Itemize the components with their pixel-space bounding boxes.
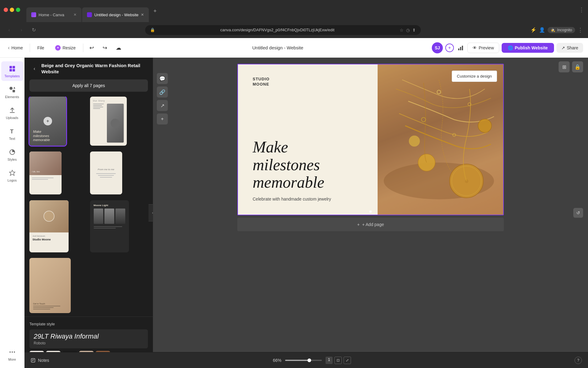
- template-thumb-1[interactable]: Makemilestonesmemorable +: [29, 97, 66, 146]
- svg-point-23: [478, 119, 492, 132]
- share-btn[interactable]: ↗ Share: [556, 43, 583, 53]
- zoom-slider[interactable]: [285, 360, 322, 361]
- zoom-percent: 66%: [273, 358, 281, 363]
- home-btn[interactable]: ‹ Home: [5, 43, 26, 52]
- panel-back-btn[interactable]: ‹: [31, 64, 38, 73]
- svg-rect-3: [9, 66, 12, 68]
- page-num-box[interactable]: 1: [326, 357, 333, 364]
- sidebar-item-text[interactable]: T Text: [1, 124, 23, 144]
- canvas-headline[interactable]: Makemilestonesmemorable: [253, 138, 365, 191]
- publish-btn[interactable]: 🌐 Publish Website: [502, 43, 554, 53]
- canvas-right-tools: ↺: [573, 208, 583, 218]
- notes-btn[interactable]: Notes: [31, 358, 49, 363]
- template-thumb-3[interactable]: I do, too.: [29, 151, 62, 194]
- template-thumb-2[interactable]: Our Story: [90, 97, 127, 146]
- minimize-window-btn[interactable]: [10, 8, 14, 12]
- canvas-grid-icon[interactable]: ⊞: [559, 61, 570, 72]
- save-status-btn[interactable]: ☁: [113, 43, 124, 52]
- tab-favicon-home: [31, 12, 36, 17]
- sidebar-item-uploads[interactable]: Uploads: [1, 103, 23, 123]
- canvas-refresh-icon[interactable]: ↺: [573, 208, 583, 218]
- notes-icon: [31, 358, 36, 363]
- tab-home-canva[interactable]: Home - Canva ✕: [26, 7, 81, 22]
- close-window-btn[interactable]: [4, 8, 8, 12]
- file-btn[interactable]: File: [34, 44, 48, 52]
- share-icon: ↗: [561, 45, 565, 50]
- undo-btn[interactable]: ↩: [87, 43, 96, 52]
- canva-toolbar: ‹ Home File ✦ Resize ↩ ↪ ☁ Untitled desi…: [0, 38, 588, 58]
- extensions-icon[interactable]: ⚡: [530, 27, 537, 33]
- preview-label: Preview: [479, 45, 494, 50]
- maximize-window-btn[interactable]: [16, 8, 20, 12]
- lock-icon: 🔒: [150, 28, 155, 32]
- sidebar-item-more[interactable]: More: [1, 345, 23, 364]
- canvas-navigate-icon[interactable]: ↗: [157, 100, 168, 111]
- preview-btn[interactable]: 👁 Preview: [467, 43, 499, 53]
- template-thumb-4[interactable]: From me to me: [90, 151, 122, 194]
- sidebar-item-templates[interactable]: Templates: [1, 61, 23, 81]
- fullscreen-btn[interactable]: ⤢: [344, 357, 351, 364]
- template-panel: ‹ Beige and Grey Organic Warm Fashion Re…: [24, 58, 153, 368]
- canvas-area: ⊞ 🔒 💬 🔗 ↗ + ↺ STUDIO MOONE: [153, 58, 588, 368]
- browser-more-icon[interactable]: ⋮: [578, 27, 583, 33]
- tab-design[interactable]: Untitled design - Website ✕: [82, 7, 149, 22]
- publish-label: Publish Website: [515, 45, 548, 50]
- svg-rect-10: [10, 112, 15, 113]
- tab-close-home[interactable]: ✕: [74, 13, 77, 17]
- incognito-badge: 🕵 Incognito: [548, 27, 575, 33]
- apply-all-pages-btn[interactable]: Apply all 7 pages: [29, 79, 148, 92]
- resize-btn[interactable]: ✦ Resize: [51, 43, 79, 52]
- share-addr-icon[interactable]: ⬆: [412, 28, 416, 33]
- resize-icon: ✦: [55, 45, 61, 51]
- help-btn[interactable]: ?: [575, 357, 582, 364]
- sidebar-icons: Templates Elements Uploads: [0, 58, 24, 368]
- history-icon[interactable]: ◷: [406, 28, 410, 33]
- publish-icon: 🌐: [508, 45, 513, 50]
- add-collaborator-btn[interactable]: +: [445, 44, 454, 52]
- user-avatar[interactable]: SJ: [432, 42, 443, 53]
- template-thumb-5[interactable]: Just because. Studio Moone: [29, 200, 69, 252]
- browser-menu-btn[interactable]: ⋮: [579, 6, 584, 13]
- redo-btn[interactable]: ↪: [100, 43, 110, 52]
- tab-favicon-design: [87, 12, 92, 17]
- new-tab-btn[interactable]: +: [151, 7, 159, 15]
- template-thumb-6[interactable]: Moone Light: [90, 200, 129, 252]
- canvas-page[interactable]: STUDIO MOONE Makemilestonesmemorable Cel…: [237, 64, 504, 215]
- templates-icon: [8, 64, 17, 73]
- customize-design-btn[interactable]: Customize a design: [452, 71, 497, 82]
- canvas-comments-icon[interactable]: 💬: [157, 73, 168, 84]
- canvas-lock-icon[interactable]: 🔒: [572, 61, 583, 72]
- panel-hide-toggle[interactable]: ‹: [149, 204, 153, 221]
- add-page-bar[interactable]: + + Add page: [237, 218, 504, 231]
- studio-name-line1: STUDIO: [253, 77, 365, 82]
- profiles-icon[interactable]: 👤: [539, 27, 545, 33]
- canvas-link-icon[interactable]: 🔗: [157, 86, 168, 98]
- more-label: More: [8, 358, 16, 361]
- analytics-icon[interactable]: [456, 44, 465, 52]
- svg-marker-9: [13, 87, 15, 89]
- tab-close-design[interactable]: ✕: [141, 13, 144, 17]
- svg-rect-0: [458, 48, 459, 50]
- back-nav-btn[interactable]: ‹: [5, 26, 13, 34]
- logos-icon: [8, 169, 17, 177]
- apply-btn-label: Apply all 7 pages: [72, 83, 105, 88]
- canvas-add-page-icon[interactable]: +: [157, 113, 168, 125]
- svg-marker-13: [9, 170, 15, 175]
- sidebar-item-elements[interactable]: Elements: [1, 82, 23, 102]
- fit-page-btn[interactable]: ⊡: [334, 357, 342, 364]
- thumb1-text: Makemilestonesmemorable: [33, 130, 62, 142]
- text-label: Text: [9, 137, 15, 140]
- address-bar-row: ‹ › ↻ 🔒 canva.com/design/DAFNVgs2_p0/f4C…: [0, 22, 588, 38]
- sidebar-item-logos[interactable]: Logos: [1, 166, 23, 185]
- help-icon[interactable]: ?: [575, 357, 582, 364]
- star-icon[interactable]: ☆: [400, 28, 404, 33]
- svg-point-14: [9, 351, 11, 353]
- reload-btn[interactable]: ↻: [29, 26, 38, 34]
- template-thumb-7[interactable]: Get in Touch: [29, 258, 71, 313]
- forward-nav-btn[interactable]: ›: [17, 26, 26, 34]
- style-section-label: Template style: [29, 322, 148, 326]
- address-bar[interactable]: 🔒 canva.com/design/DAFNVgs2_p0/f4CFnbQjx…: [145, 25, 421, 35]
- add-page-plus-icon: +: [357, 222, 360, 227]
- svg-point-16: [14, 351, 15, 353]
- sidebar-item-styles[interactable]: Styles: [1, 145, 23, 164]
